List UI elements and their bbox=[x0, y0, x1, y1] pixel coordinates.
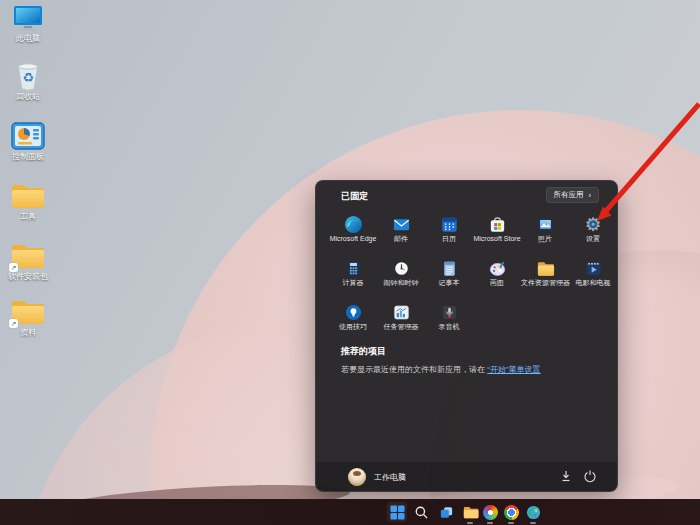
all-apps-label: 所有应用 bbox=[554, 190, 584, 200]
app-tile-notepad[interactable]: 记事本 bbox=[425, 257, 473, 295]
app-tile-movies-tv[interactable]: 电影和电视 bbox=[569, 257, 617, 295]
download-update-icon[interactable] bbox=[559, 469, 575, 485]
folder-icon bbox=[0, 180, 56, 212]
desktop-icon-label: 工具 bbox=[0, 212, 56, 221]
recommended-section-header: 推荐的项目 bbox=[341, 345, 386, 358]
app-label: 使用技巧 bbox=[329, 323, 377, 331]
app-label: 录音机 bbox=[425, 323, 473, 331]
calendar-icon bbox=[425, 213, 473, 235]
desktop-icon-this-pc[interactable]: 此电脑 bbox=[0, 2, 56, 43]
clock-icon bbox=[377, 257, 425, 279]
search-icon[interactable] bbox=[411, 502, 431, 522]
app-label: 画图 bbox=[473, 279, 521, 287]
running-indicator bbox=[467, 522, 473, 524]
all-apps-button[interactable]: 所有应用 › bbox=[546, 187, 600, 203]
this-pc-icon bbox=[0, 2, 56, 34]
desktop-icon-folder-1[interactable]: 工具 bbox=[0, 180, 56, 221]
desktop-icon-label: 控制面板 bbox=[0, 152, 56, 161]
power-icon[interactable] bbox=[583, 469, 599, 485]
desktop-icon-label: 回收站 bbox=[0, 92, 56, 101]
rainbow-browser-icon[interactable] bbox=[480, 502, 500, 522]
app-tile-file-explorer[interactable]: 文件资源管理器 bbox=[521, 257, 569, 295]
shortcut-arrow-icon: ↗ bbox=[9, 263, 18, 272]
recycle-symbol: ♻ bbox=[22, 70, 34, 85]
app-label: Microsoft Edge bbox=[329, 235, 377, 243]
desktop-icon-control-panel[interactable]: 控制面板 bbox=[0, 120, 56, 161]
chrome-icon[interactable] bbox=[501, 502, 521, 522]
app-label: 邮件 bbox=[377, 235, 425, 243]
app-tile-tips[interactable]: 使用技巧 bbox=[329, 301, 377, 339]
desktop-icon-label: 软件安装包 bbox=[0, 272, 56, 281]
desktop-icon-label: 此电脑 bbox=[0, 34, 56, 43]
app-label: 任务管理器 bbox=[377, 323, 425, 331]
taskbar bbox=[0, 499, 700, 525]
app-tile-edge[interactable]: Microsoft Edge bbox=[329, 213, 377, 251]
pinned-app-grid: Microsoft Edge 邮件 bbox=[329, 213, 617, 339]
running-indicator bbox=[530, 522, 536, 524]
folder-icon: ↗ bbox=[0, 240, 56, 272]
desktop-icon-folder-2[interactable]: ↗ 软件安装包 bbox=[0, 240, 56, 281]
user-avatar[interactable] bbox=[348, 468, 366, 486]
task-manager-icon bbox=[377, 301, 425, 323]
app-label: 照片 bbox=[521, 235, 569, 243]
microsoft-store-icon bbox=[473, 213, 521, 235]
recommended-text: 若要显示最近使用的文件和新应用，请在 “开始”菜单设置 bbox=[341, 364, 541, 375]
file-explorer-taskbar-icon[interactable] bbox=[460, 502, 480, 522]
app-tile-task-manager[interactable]: 任务管理器 bbox=[377, 301, 425, 339]
desktop-icon-recycle-bin[interactable]: ♻ 回收站 bbox=[0, 60, 56, 101]
edge-icon bbox=[329, 213, 377, 235]
notepad-icon bbox=[425, 257, 473, 279]
desktop-icon-label: 资料 bbox=[0, 328, 56, 337]
app-label: 闹钟和时钟 bbox=[377, 279, 425, 287]
palette-app-icon[interactable] bbox=[523, 502, 543, 522]
movies-tv-icon bbox=[569, 257, 617, 279]
user-name[interactable]: 工作电脑 bbox=[374, 472, 406, 483]
app-tile-voice-recorder[interactable]: 录音机 bbox=[425, 301, 473, 339]
app-label: 电影和电视 bbox=[569, 279, 617, 287]
mail-icon bbox=[377, 213, 425, 235]
running-indicator bbox=[508, 522, 514, 524]
app-tile-settings[interactable]: ⚙ 设置 bbox=[569, 213, 617, 251]
folder-icon: ↗ bbox=[0, 296, 56, 328]
recycle-bin-icon: ♻ bbox=[0, 60, 56, 92]
app-tile-calculator[interactable]: 计算器 bbox=[329, 257, 377, 295]
app-label: 设置 bbox=[569, 235, 617, 243]
pinned-section-header: 已固定 bbox=[341, 190, 368, 203]
paint-palette-icon bbox=[473, 257, 521, 279]
app-label: 记事本 bbox=[425, 279, 473, 287]
app-tile-calendar[interactable]: 日历 bbox=[425, 213, 473, 251]
app-label: Microsoft Store bbox=[473, 235, 521, 243]
app-tile-photos[interactable]: 照片 bbox=[521, 213, 569, 251]
app-tile-mail[interactable]: 邮件 bbox=[377, 213, 425, 251]
start-menu: 已固定 所有应用 › Microsoft Edge bbox=[315, 180, 618, 492]
app-label: 日历 bbox=[425, 235, 473, 243]
calculator-icon bbox=[329, 257, 377, 279]
app-label: 计算器 bbox=[329, 279, 377, 287]
start-menu-footer: 工作电脑 bbox=[316, 461, 617, 491]
running-indicator bbox=[487, 522, 493, 524]
start-button[interactable] bbox=[387, 502, 407, 522]
app-tile-alarms-clock[interactable]: 闹钟和时钟 bbox=[377, 257, 425, 295]
start-menu-settings-link[interactable]: “开始”菜单设置 bbox=[487, 365, 540, 374]
app-label: 文件资源管理器 bbox=[521, 279, 569, 287]
app-tile-paint[interactable]: 画图 bbox=[473, 257, 521, 295]
task-view-icon[interactable] bbox=[436, 502, 456, 522]
voice-recorder-icon bbox=[425, 301, 473, 323]
tips-lightbulb-icon bbox=[329, 301, 377, 323]
chevron-right-icon: › bbox=[589, 191, 592, 200]
app-tile-store[interactable]: Microsoft Store bbox=[473, 213, 521, 251]
shortcut-arrow-icon: ↗ bbox=[9, 319, 18, 328]
settings-gear-icon: ⚙ bbox=[569, 213, 617, 235]
control-panel-icon bbox=[0, 120, 56, 152]
desktop-icon-folder-3[interactable]: ↗ 资料 bbox=[0, 296, 56, 337]
file-explorer-icon bbox=[521, 257, 569, 279]
photos-icon bbox=[521, 213, 569, 235]
